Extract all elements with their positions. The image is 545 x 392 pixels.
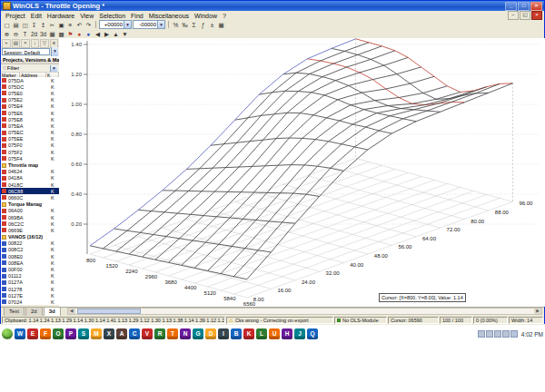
sort-icon[interactable]: ↓ (31, 39, 40, 48)
chevron-down-icon[interactable]: ▼ (124, 21, 131, 28)
menu-hardware[interactable]: Hardware (45, 13, 77, 19)
delete-icon[interactable]: × (21, 39, 30, 48)
map-list-item[interactable]: 0418CK (1, 181, 59, 188)
tab-text[interactable]: Text (4, 307, 25, 316)
map-list-item[interactable]: 0669EK (1, 227, 59, 233)
zoom-in-icon[interactable]: ⊕ (3, 30, 11, 38)
session-select[interactable]: Session: Default (2, 48, 50, 55)
prev-icon[interactable]: ◀ (94, 30, 102, 38)
app-icon-15[interactable]: G (193, 328, 203, 339)
map-list-item[interactable]: 06C2CK (1, 220, 59, 227)
cut-icon[interactable]: ✂ (48, 21, 56, 29)
map-list-item[interactable]: 00F00K (1, 266, 59, 272)
app-icon-8[interactable]: X (104, 328, 114, 339)
copy-icon[interactable]: ▣ (57, 21, 65, 29)
menu-edit[interactable]: Edit (28, 13, 45, 19)
tray-icon[interactable] (502, 330, 510, 338)
chevron-down-icon[interactable]: ▼ (51, 47, 58, 56)
app-icon-6[interactable]: S (78, 328, 89, 339)
map-list-item[interactable]: 008EAK (1, 260, 59, 266)
grid-icon[interactable]: ▦ (217, 21, 225, 29)
marker-blue-icon[interactable]: ● (84, 30, 93, 38)
app-icon-23[interactable]: J (294, 328, 305, 339)
map-list-item[interactable]: 075ECK (1, 130, 59, 136)
menu-?[interactable]: ? (220, 13, 229, 19)
menu-view[interactable]: View (77, 13, 96, 19)
map-list-item[interactable]: 075F0K (1, 142, 59, 149)
app-icon-19[interactable]: K (243, 328, 254, 339)
map-list-item[interactable]: 075DCK (1, 83, 59, 90)
map-list-item[interactable]: 075E0K (1, 90, 59, 96)
marker-red-icon[interactable]: ● (75, 30, 84, 38)
app-icon-14[interactable]: N (180, 328, 191, 339)
app-icon-1[interactable]: W (15, 328, 25, 339)
map-list-item[interactable]: 075EEK (1, 136, 59, 142)
scroll-right-icon[interactable]: ▶ (534, 309, 541, 314)
folder-open-icon[interactable]: ▤ (12, 39, 21, 48)
percent-icon[interactable]: % (172, 21, 180, 29)
permille-icon[interactable]: ‰ (181, 21, 189, 29)
open-project-icon[interactable]: ▤ (12, 21, 20, 29)
app-icon-17[interactable]: I (218, 328, 229, 339)
view-2d-icon[interactable]: 2d (30, 30, 38, 38)
map-list-item[interactable]: 075EAK (1, 122, 59, 129)
save-icon[interactable]: ◫ (21, 21, 29, 29)
tray-icon[interactable] (478, 330, 485, 338)
map-list-item[interactable]: 0127AK (1, 279, 59, 286)
app-icon-20[interactable]: L (256, 328, 267, 339)
map-list-item[interactable]: 075F4K (1, 155, 59, 162)
map-3d-view[interactable]: 0.200.400.600.801.001.201.40800152022402… (59, 38, 545, 307)
app-icon-7[interactable]: M (91, 328, 102, 339)
close-button[interactable]: × (530, 2, 542, 11)
map-list-item[interactable]: 075E6K (1, 110, 59, 116)
up-icon[interactable]: ▲ (112, 30, 120, 38)
app-icon-12[interactable]: R (154, 328, 165, 339)
new-file-icon[interactable]: ▢ (3, 21, 11, 29)
filter-icon[interactable]: ▽ (40, 39, 49, 48)
chevron-down-icon[interactable]: ▼ (157, 21, 164, 28)
app-icon-24[interactable]: Q (307, 328, 318, 339)
minimize-button[interactable]: _ (505, 2, 517, 11)
menu-selection[interactable]: Selection (96, 13, 128, 19)
map-list-item[interactable]: 075E8K (1, 116, 59, 122)
sum-icon[interactable]: Σ (190, 21, 198, 29)
app-icon-4[interactable]: O (53, 328, 64, 339)
offset-plus-field[interactable]: +00000▼ (99, 20, 132, 29)
import-icon[interactable]: ↧ (30, 21, 38, 29)
map-list-item[interactable]: 06A00K (1, 208, 59, 214)
folder-row[interactable]: VANOS (16/12) (1, 234, 59, 240)
map-list-item[interactable]: 0127EK (1, 292, 59, 299)
folder-new-icon[interactable]: + (2, 39, 11, 48)
tray-icon[interactable] (486, 330, 493, 338)
tray-icon[interactable] (494, 330, 501, 338)
map-list-item[interactable]: 07024K (1, 299, 59, 305)
filter-dropdown-icon[interactable]: ▼ (50, 65, 57, 72)
app-icon-2[interactable]: E (27, 328, 38, 339)
app-icon-5[interactable]: P (65, 328, 76, 339)
app-icon-9[interactable]: A (116, 328, 127, 339)
map-list-item[interactable]: 008E0K (1, 253, 59, 260)
map-list-item[interactable]: 075F2K (1, 149, 59, 155)
app-icon-13[interactable]: T (167, 328, 178, 339)
map-list-item[interactable]: 0660CK (1, 194, 59, 201)
undo-icon[interactable]: ↶ (75, 21, 84, 29)
map-list-item[interactable]: 075E4K (1, 103, 59, 110)
export-icon[interactable]: ↥ (39, 21, 47, 29)
zoom-out-icon[interactable]: ⊖ (12, 30, 20, 38)
tab-3d[interactable]: 3d (44, 307, 61, 316)
paste-icon[interactable]: ≡ (66, 21, 74, 29)
app-icon-22[interactable]: H (282, 328, 292, 339)
scroll-left-icon[interactable]: ◀ (68, 309, 75, 314)
map-list-item[interactable]: 075E2K (1, 97, 59, 103)
map-list-item[interactable]: 04624K (1, 169, 59, 175)
folder-row[interactable]: Throttle map (1, 162, 59, 168)
start-button[interactable] (2, 328, 13, 339)
surface-plot[interactable]: 0.200.400.600.801.001.201.40800152022402… (59, 38, 545, 307)
maximize-button[interactable]: □ (518, 2, 530, 11)
pattern-view-icon[interactable]: ▩ (57, 30, 65, 38)
offset-minus-field[interactable]: -00000▼ (133, 20, 165, 29)
map-list-item[interactable]: 01278K (1, 286, 59, 292)
app-icon-18[interactable]: B (231, 328, 242, 339)
function-icon[interactable]: ƒ (199, 21, 207, 29)
map-list-item[interactable]: 075DAK (1, 77, 59, 83)
